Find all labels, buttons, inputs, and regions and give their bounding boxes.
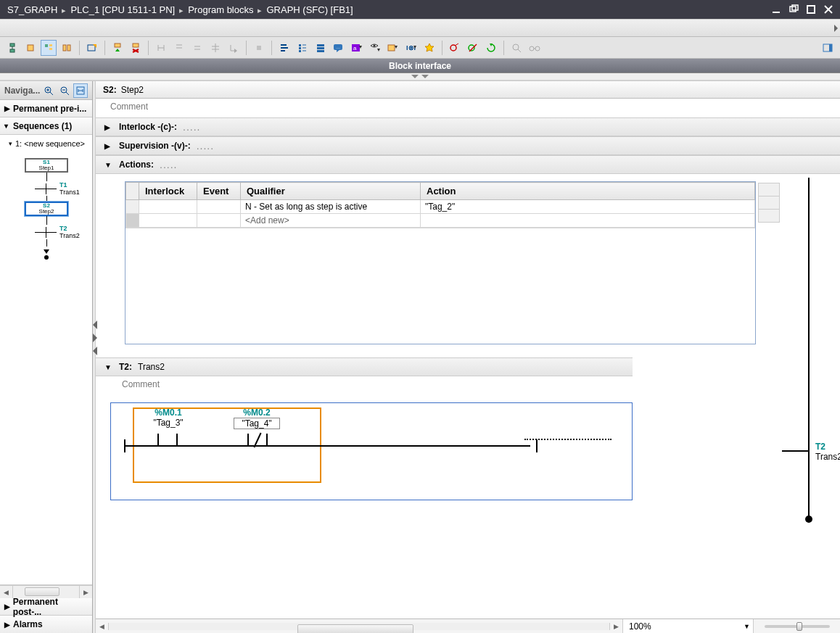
col-action[interactable]: Action (421, 183, 755, 200)
toolbar-separator (246, 41, 247, 55)
favorite-icon[interactable] (421, 40, 437, 56)
dock-right-icon[interactable] (820, 40, 836, 56)
horizontal-splitter[interactable] (0, 73, 840, 80)
float-button[interactable] (786, 3, 801, 16)
zoom-in-icon[interactable] (41, 83, 56, 98)
align-left-icon[interactable] (276, 40, 292, 56)
sequence-preview[interactable]: S1 Step1 T1Trans1 S2 Step2 T2Trans2 (0, 152, 92, 584)
absolute-toggle-icon[interactable]: a (349, 40, 365, 56)
preview-trans1[interactable]: T1Trans1 (35, 181, 88, 196)
sequence-end-icon[interactable] (251, 40, 267, 56)
svg-text:I⊗I: I⊗I (406, 44, 416, 51)
preview-step2[interactable]: S2 Step2 (25, 202, 68, 216)
view-split-icon[interactable] (59, 40, 75, 56)
scroll-left-icon[interactable]: ◀ (96, 623, 109, 630)
jump-icon[interactable] (226, 40, 242, 56)
trans-id-label: T2: (119, 362, 132, 372)
add-new-label[interactable]: <Add new> (241, 214, 421, 228)
breadcrumb-item: S7_GRAPH (7, 4, 57, 15)
preview-trans2[interactable]: T2Trans2 (35, 225, 88, 239)
actions-section[interactable]: ▼ Actions: ..... (96, 155, 840, 174)
svg-point-63 (513, 44, 519, 50)
maximize-button[interactable] (804, 3, 818, 16)
svg-marker-55 (395, 46, 398, 49)
scrollbar-thumb[interactable] (297, 624, 413, 634)
nav-section-label: Alarms (13, 619, 43, 629)
view-sequence-icon[interactable] (4, 40, 20, 56)
close-button[interactable] (821, 3, 836, 16)
table-row[interactable]: N - Set as long as step is active "Tag_2… (126, 200, 755, 214)
breadcrumb-item: GRAPH (SFC) [FB1] (266, 4, 353, 15)
view-single-step-icon[interactable] (22, 40, 38, 56)
window-controls (769, 3, 836, 16)
svg-rect-43 (317, 44, 324, 46)
comment-toggle-icon[interactable]: … (331, 40, 347, 56)
normally-open-contact[interactable] (153, 434, 182, 447)
col-qualifier[interactable]: Qualifier (241, 183, 421, 200)
actions-table[interactable]: Interlock Event Qualifier Action N - Set… (125, 181, 756, 344)
go-online-icon[interactable] (447, 40, 463, 56)
editor-status-bar: ◀ ▶ 100% ▼ (96, 618, 840, 633)
new-network-icon[interactable] (84, 40, 100, 56)
toolbar-separator (148, 41, 149, 55)
view-step-detail-icon[interactable] (41, 40, 57, 56)
block-interface-bar[interactable]: Block interface (0, 59, 840, 73)
normally-closed-contact[interactable] (243, 434, 272, 447)
scrollbar-thumb[interactable] (25, 587, 59, 596)
editor-horizontal-scrollbar[interactable]: ◀ ▶ (96, 623, 622, 630)
zoom-out-icon[interactable] (57, 83, 72, 98)
go-offline-icon[interactable] (465, 40, 481, 56)
col-interlock[interactable]: Interlock (139, 183, 197, 200)
cell-qualifier[interactable]: N - Set as long as step is active (241, 200, 421, 214)
col-event[interactable]: Event (197, 183, 241, 200)
scroll-right-icon[interactable]: ▶ (609, 623, 622, 630)
scroll-left-icon[interactable]: ◀ (0, 586, 13, 598)
trans-comment[interactable]: Comment (96, 376, 840, 395)
preview-step1[interactable]: S1 Step1 (25, 158, 68, 173)
transition-section[interactable]: ▼ T2: Trans2 (96, 357, 633, 376)
nav-section-pre[interactable]: ▶ Permanent pre-i... (0, 100, 92, 117)
nav-section-sequences[interactable]: ▾ Sequences (1) (0, 117, 92, 135)
step-comment[interactable]: Comment (96, 99, 840, 117)
table-empty-area[interactable] (125, 228, 755, 344)
cell-action[interactable]: "Tag_2" (421, 200, 755, 214)
table-row-addnew[interactable]: <Add new> (126, 214, 755, 228)
cell-event[interactable] (197, 200, 241, 214)
list-solid-icon[interactable] (313, 40, 329, 56)
svg-rect-2 (792, 5, 798, 10)
ladder-rung[interactable] (124, 445, 530, 447)
fit-view-icon[interactable] (73, 83, 88, 98)
cross-ref-icon[interactable]: I⊗I (403, 40, 419, 56)
tab-strip (0, 19, 840, 37)
sync-icon[interactable] (483, 40, 499, 56)
search-icon[interactable] (508, 40, 524, 56)
tag-info-icon[interactable] (385, 40, 401, 56)
branch-open-icon[interactable] (153, 40, 169, 56)
glasses-icon[interactable] (527, 40, 543, 56)
ladder-network-box[interactable]: %M0.1 "Tag_3" %M0.2 "Tag_4" (110, 402, 633, 500)
svg-rect-1 (790, 7, 796, 12)
nav-horizontal-scrollbar[interactable]: ◀ ▶ (0, 585, 92, 598)
svg-rect-14 (67, 45, 70, 51)
slider-thumb[interactable] (796, 622, 802, 631)
list-blue-icon[interactable] (295, 40, 310, 56)
delete-step-icon[interactable] (128, 40, 144, 56)
svg-point-59 (450, 45, 456, 51)
nav-section-alarms[interactable]: ▶ Alarms (0, 616, 92, 633)
zoom-dropdown[interactable]: 100% ▼ (622, 619, 753, 634)
branch-close-icon[interactable] (171, 40, 187, 56)
connector-hstub (782, 450, 808, 452)
nav-tree-item-sequence[interactable]: ▾ 1: <new sequence> (4, 138, 88, 149)
zoom-slider[interactable] (753, 619, 840, 634)
symbol-toggle-icon[interactable] (367, 40, 383, 56)
svg-marker-47 (337, 50, 339, 52)
minimize-button[interactable] (769, 3, 783, 16)
svg-marker-62 (490, 44, 493, 46)
cell-interlock[interactable] (139, 200, 197, 214)
supervision-section[interactable]: ▶ Supervision -(v)-: ..... (96, 136, 840, 155)
simul-branch-open-icon[interactable] (189, 40, 205, 56)
interlock-section[interactable]: ▶ Interlock -(c)-: ..... (96, 117, 840, 136)
nav-section-post[interactable]: ▶ Permanent post-... (0, 598, 92, 616)
insert-step-icon[interactable] (110, 40, 125, 56)
simul-branch-close-icon[interactable] (207, 40, 223, 56)
